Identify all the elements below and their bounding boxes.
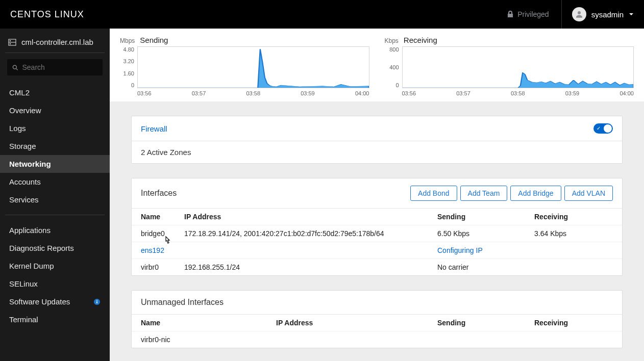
interface-sending: Configuring IP (428, 242, 525, 259)
sidebar-item-label: SELinux (9, 279, 38, 288)
unmanaged-title: Unmanaged Interfaces (141, 298, 224, 307)
interface-receiving: 3.64 Kbps (525, 225, 622, 242)
unmanaged-panel: Unmanaged Interfaces NameIP AddressSendi… (131, 290, 623, 348)
firewall-zones: 2 Active Zones (132, 141, 622, 163)
firewall-link[interactable]: Firewall (141, 124, 167, 133)
firewall-toggle[interactable]: ✓ (593, 123, 613, 134)
sidebar-item-label: Overview (9, 106, 41, 115)
main-content: Mbps Sending 4.803.201.600 03:5603:5703:… (110, 29, 644, 361)
svg-point-3 (10, 40, 10, 41)
interface-sending (428, 331, 525, 348)
sidebar-item-kernel-dump[interactable]: Kernel Dump (0, 257, 110, 275)
sidebar-item-storage[interactable]: Storage (0, 137, 110, 155)
firewall-panel: Firewall ✓ 2 Active Zones (131, 116, 623, 164)
sidebar-item-label: Accounts (9, 177, 41, 186)
server-icon (8, 38, 16, 46)
interface-ip (267, 331, 428, 348)
search-icon (12, 64, 18, 71)
interfaces-panel: Interfaces Add BondAdd TeamAdd BridgeAdd… (131, 178, 623, 276)
interfaces-title: Interfaces (141, 189, 177, 198)
interface-receiving (525, 259, 622, 276)
user-name: sysadmin (591, 10, 624, 19)
search-input[interactable] (22, 63, 97, 71)
sidebar-item-networking[interactable]: Networking (0, 155, 110, 173)
sidebar-item-label: Storage (9, 142, 36, 150)
avatar-icon (572, 7, 586, 21)
charts-row: Mbps Sending 4.803.201.600 03:5603:5703:… (110, 29, 644, 101)
table-header-row: NameIP AddressSendingReceiving (132, 209, 622, 225)
add-bridge-button[interactable]: Add Bridge (510, 186, 561, 201)
column-header: Sending (428, 315, 525, 331)
table-row[interactable]: bridge0172.18.29.141/24, 2001:420:27c1:b… (132, 225, 622, 242)
plot-area (137, 46, 369, 88)
top-bar: CENTOS LINUX Privileged sysadmin (0, 0, 644, 29)
chart-receiving: Kbps Receiving 8004000 03:5603:5703:5803… (385, 36, 634, 96)
sidebar-item-cml2[interactable]: CML2 (0, 84, 110, 101)
chart-unit: Kbps (385, 37, 399, 44)
sidebar-item-terminal[interactable]: Terminal (0, 311, 110, 328)
x-axis: 03:5603:5703:5803:5904:00 (402, 88, 634, 96)
sidebar-item-accounts[interactable]: Accounts (0, 173, 110, 191)
lock-icon (507, 11, 513, 18)
interface-sending: No carrier (428, 259, 525, 276)
column-header: Receiving (525, 315, 622, 331)
interface-receiving (525, 242, 622, 259)
chart-sending: Mbps Sending 4.803.201.600 03:5603:5703:… (120, 36, 369, 96)
chart-title: Sending (140, 36, 168, 44)
interface-receiving (525, 331, 622, 348)
sidebar: cml-controller.cml.lab CML2OverviewLogsS… (0, 29, 110, 361)
interface-ip: 172.18.29.141/24, 2001:420:27c1:b02:d7fc… (175, 225, 428, 242)
svg-line-6 (16, 68, 18, 70)
svg-rect-9 (96, 300, 97, 301)
sidebar-item-diagnostic-reports[interactable]: Diagnostic Reports (0, 239, 110, 257)
chart-title: Receiving (404, 36, 437, 44)
interface-name: bridge0 (132, 225, 175, 242)
interfaces-actions: Add BondAdd TeamAdd BridgeAdd VLAN (410, 186, 613, 201)
svg-point-0 (578, 11, 581, 14)
host-selector[interactable]: cml-controller.cml.lab (0, 29, 110, 53)
x-axis: 03:5603:5703:5803:5904:00 (137, 88, 369, 96)
interfaces-table: NameIP AddressSendingReceiving bridge017… (132, 209, 622, 275)
search-input-wrap[interactable] (7, 59, 103, 75)
host-name: cml-controller.cml.lab (21, 38, 93, 46)
sidebar-item-services[interactable]: Services (0, 191, 110, 209)
interface-ip (175, 242, 428, 259)
brand-title: CENTOS LINUX (10, 9, 84, 20)
sidebar-item-label: Applications (9, 226, 51, 235)
sidebar-item-label: Kernel Dump (9, 262, 54, 270)
interface-name: virbr0 (132, 259, 175, 276)
unmanaged-table: NameIP AddressSendingReceiving virbr0-ni… (132, 315, 622, 348)
y-axis: 8004000 (385, 46, 402, 88)
table-row[interactable]: virbr0-nic (132, 331, 622, 348)
table-row[interactable]: ens192Configuring IP (132, 242, 622, 259)
user-menu[interactable]: sysadmin (561, 0, 634, 29)
privileged-badge[interactable]: Privileged (507, 10, 549, 18)
column-header: Name (132, 209, 175, 225)
interface-sending: 6.50 Kbps (428, 225, 525, 242)
interface-name: ens192 (132, 242, 175, 259)
check-icon: ✓ (597, 125, 601, 131)
sidebar-item-label: Networking (9, 160, 51, 168)
add-bond-button[interactable]: Add Bond (410, 186, 457, 201)
column-header: IP Address (267, 315, 428, 331)
sidebar-item-logs[interactable]: Logs (0, 119, 110, 137)
sidebar-item-label: Services (9, 195, 39, 204)
plot-area (402, 46, 634, 88)
column-header: Receiving (525, 209, 622, 225)
table-row[interactable]: virbr0192.168.255.1/24No carrier (132, 259, 622, 276)
interface-ip: 192.168.255.1/24 (175, 259, 428, 276)
nav-group: CML2OverviewLogsStorageNetworkingAccount… (0, 84, 110, 209)
sidebar-item-label: CML2 (9, 88, 30, 97)
sidebar-item-selinux[interactable]: SELinux (0, 275, 110, 293)
add-team-button[interactable]: Add Team (460, 186, 508, 201)
sidebar-item-software-updates[interactable]: Software Updates (0, 293, 110, 311)
svg-point-4 (10, 43, 10, 44)
caret-down-icon (629, 12, 634, 17)
nav-group: ApplicationsDiagnostic ReportsKernel Dum… (0, 221, 110, 328)
y-axis: 4.803.201.600 (120, 46, 137, 88)
sidebar-item-overview[interactable]: Overview (0, 101, 110, 119)
column-header: IP Address (175, 209, 428, 225)
add-vlan-button[interactable]: Add VLAN (564, 186, 613, 201)
svg-rect-8 (96, 301, 97, 303)
sidebar-item-applications[interactable]: Applications (0, 221, 110, 239)
